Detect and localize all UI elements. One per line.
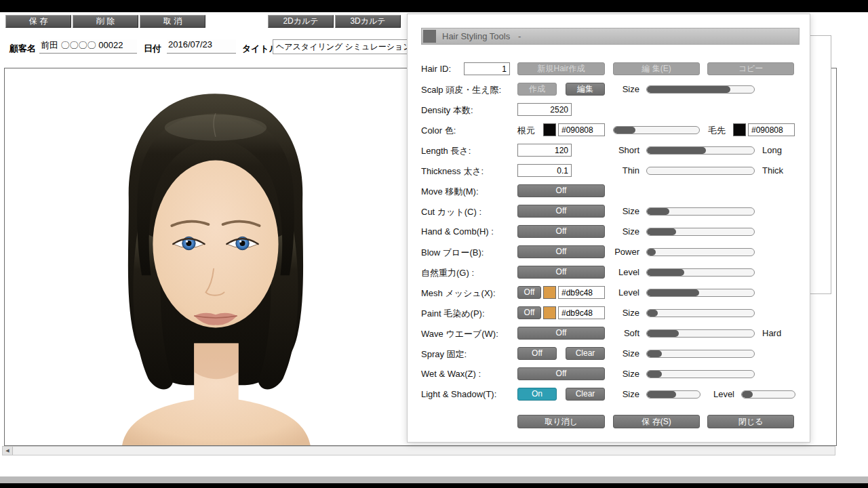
light-shadow-label: Light & Shadow(T): — [421, 389, 496, 399]
tip-color-label: 毛先 — [708, 125, 726, 137]
scroll-left-arrow-icon[interactable]: ◀ — [3, 447, 13, 455]
paint-size-slider[interactable] — [646, 309, 755, 317]
copy-hair-button[interactable]: コピー — [707, 62, 794, 75]
slider-fill — [647, 208, 669, 215]
slider-fill — [647, 350, 662, 357]
paint-color-input[interactable] — [558, 306, 605, 319]
gravity-level-slider[interactable] — [646, 268, 755, 277]
cut-size-label: Size — [604, 206, 639, 216]
light-shadow-level-slider[interactable] — [741, 390, 795, 399]
wet-wax-size-label: Size — [604, 369, 639, 379]
thickness-input[interactable] — [517, 164, 572, 177]
thickness-label: Thickness 太さ: — [421, 165, 484, 178]
scalp-edit-button[interactable]: 編集 — [566, 83, 605, 96]
dialog-save-button[interactable]: 保 存(S) — [613, 415, 700, 428]
spray-size-slider[interactable] — [646, 350, 755, 358]
wave-slider[interactable] — [646, 329, 755, 338]
delete-button[interactable]: 削 除 — [73, 15, 138, 28]
slider-fill — [647, 289, 699, 296]
cut-size-slider[interactable] — [646, 207, 755, 216]
length-min-label: Short — [604, 145, 639, 155]
wave-toggle[interactable]: Off — [517, 327, 605, 340]
cut-label: Cut カット(C) : — [421, 206, 481, 218]
tip-color-input[interactable] — [748, 123, 795, 136]
dialog-title: Hair Styling Tools — [442, 31, 510, 41]
bottom-gray-band — [0, 476, 868, 483]
blow-power-label: Power — [604, 247, 639, 257]
hand-comb-toggle[interactable]: Off — [517, 225, 605, 238]
slider-fill — [647, 147, 706, 154]
length-slider[interactable] — [646, 146, 755, 155]
hand-comb-size-slider[interactable] — [646, 228, 755, 236]
letterbox-bottom — [0, 483, 868, 488]
light-shadow-level-label: Level — [703, 389, 734, 399]
date-label: 日付 — [144, 43, 161, 55]
tip-color-swatch[interactable] — [733, 123, 746, 136]
model-portrait — [59, 79, 371, 445]
light-shadow-toggle[interactable]: On — [517, 388, 557, 401]
blow-toggle[interactable]: Off — [517, 245, 605, 258]
title-input[interactable] — [273, 39, 412, 54]
date-field[interactable]: 2016/07/23 — [167, 39, 236, 54]
length-input[interactable] — [517, 144, 572, 157]
color-gradient-slider[interactable] — [613, 126, 700, 134]
paint-toggle[interactable]: Off — [517, 306, 541, 319]
move-toggle[interactable]: Off — [517, 184, 605, 197]
paint-color-swatch[interactable] — [543, 306, 556, 319]
hair-id-input[interactable] — [464, 62, 510, 75]
slider-fill — [647, 269, 684, 276]
spray-toggle[interactable]: Off — [517, 347, 557, 360]
scalp-label: Scalp 頭皮・生え際: — [421, 84, 501, 96]
karte-3d-button[interactable]: 3Dカルテ — [335, 15, 401, 28]
root-color-input[interactable] — [558, 123, 605, 136]
slider-fill — [647, 330, 679, 337]
slider-fill — [647, 86, 730, 93]
wave-min-label: Soft — [604, 328, 639, 338]
paint-label: Paint 毛染め(P): — [421, 308, 485, 320]
wet-wax-size-slider[interactable] — [646, 370, 755, 378]
density-label: Density 本数: — [421, 104, 473, 117]
undo-button[interactable]: 取り消し — [517, 415, 605, 428]
mesh-color-swatch[interactable] — [543, 286, 556, 299]
light-shadow-clear-button[interactable]: Clear — [566, 388, 605, 401]
wet-wax-label: Wet & Wax(Z) : — [421, 369, 481, 379]
cut-toggle[interactable]: Off — [517, 205, 605, 218]
new-hair-button[interactable]: 新規Hair作成 — [517, 62, 605, 75]
mesh-color-input[interactable] — [558, 286, 605, 299]
color-label: Color 色: — [421, 125, 456, 137]
mesh-label: Mesh メッシュ(X): — [421, 287, 496, 300]
hair-id-label: Hair ID: — [421, 64, 451, 74]
spray-clear-button[interactable]: Clear — [566, 347, 605, 360]
root-color-swatch[interactable] — [543, 123, 556, 136]
wave-label: Wave ウエーブ(W): — [421, 328, 498, 340]
mesh-level-label: Level — [604, 287, 639, 298]
density-input[interactable] — [517, 103, 572, 116]
length-max-label: Long — [762, 145, 782, 155]
light-shadow-size-slider[interactable] — [646, 390, 701, 399]
hair-styling-dialog: Hair Styling Tools - Hair ID: 新規Hair作成 編… — [407, 14, 810, 443]
gravity-toggle[interactable]: Off — [517, 266, 605, 279]
dialog-title-dash: - — [518, 31, 521, 41]
karte-2d-button[interactable]: 2Dカルテ — [268, 15, 334, 28]
scalp-create-button[interactable]: 作成 — [517, 83, 557, 96]
wet-wax-toggle[interactable]: Off — [517, 367, 605, 380]
light-shadow-size-label: Size — [604, 389, 639, 399]
save-button[interactable]: 保 存 — [5, 15, 71, 28]
thickness-slider[interactable] — [646, 167, 755, 175]
gravity-level-label: Level — [604, 267, 639, 277]
blow-power-slider[interactable] — [646, 248, 755, 256]
mesh-toggle[interactable]: Off — [517, 286, 541, 299]
edit-hair-button[interactable]: 編 集(E) — [613, 62, 700, 75]
cancel-button[interactable]: 取 消 — [140, 15, 205, 28]
gravity-label: 自然重力(G) : — [421, 267, 474, 279]
close-button[interactable]: 閉じる — [707, 415, 794, 428]
dialog-titlebar[interactable]: Hair Styling Tools - — [421, 28, 800, 45]
horizontal-scrollbar[interactable]: ◀ — [2, 446, 835, 455]
blow-label: Blow ブロー(B): — [421, 247, 484, 259]
slider-fill — [647, 228, 676, 235]
move-label: Move 移動(M): — [421, 186, 479, 198]
customer-name-field[interactable]: 前田 〇〇〇〇 00022 — [39, 39, 137, 54]
scalp-size-slider[interactable] — [646, 85, 755, 94]
mesh-level-slider[interactable] — [646, 289, 755, 297]
slider-fill — [647, 391, 676, 398]
